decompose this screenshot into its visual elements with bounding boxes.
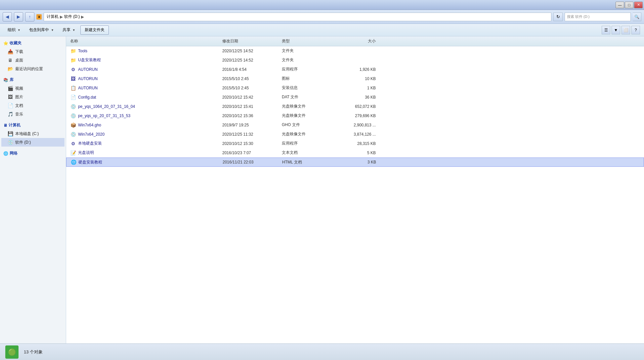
table-row[interactable]: 💿 Win7x64_2020 2020/12/25 11:32 光盘映像文件 3… bbox=[66, 130, 644, 139]
table-row[interactable]: 🖼 AUTORUN 2015/5/10 2:45 图标 10 KB bbox=[66, 74, 644, 83]
column-header-size[interactable]: 大小 bbox=[332, 38, 378, 44]
status-count: 13 个对象 bbox=[24, 349, 43, 355]
table-row[interactable]: 📋 AUTORUN 2015/5/10 2:45 安装信息 1 KB bbox=[66, 83, 644, 93]
recent-icon: 📂 bbox=[7, 66, 13, 72]
table-row[interactable]: 💿 pe_yqs_xp_20_07_31_15_53 2020/10/12 15… bbox=[66, 111, 644, 120]
column-headers: 名称 修改日期 类型 大小 bbox=[66, 36, 644, 46]
status-bar: 🟢 13 个对象 bbox=[0, 343, 644, 360]
file-name: U盘安装教程 bbox=[78, 57, 101, 63]
column-header-date[interactable]: 修改日期 bbox=[220, 38, 279, 44]
file-name: 光盘说明 bbox=[78, 150, 94, 156]
file-icon: ⚙ bbox=[70, 67, 76, 72]
file-icon: 📋 bbox=[70, 85, 76, 91]
sidebar-section-network-header[interactable]: 🌐 网络 bbox=[1, 149, 64, 158]
file-cell-size: 3,874,126 ... bbox=[332, 132, 378, 137]
video-icon: 🎬 bbox=[7, 85, 13, 91]
sidebar-item-document[interactable]: 📄 文档 bbox=[1, 101, 64, 110]
share-button[interactable]: 共享 ▼ bbox=[59, 25, 79, 35]
sidebar-section-computer-header[interactable]: 🖥 计算机 bbox=[1, 121, 64, 129]
file-icon: 📄 bbox=[70, 94, 76, 100]
file-icon: 📦 bbox=[70, 122, 76, 128]
archive-button[interactable]: 包含到库中 ▼ bbox=[25, 25, 58, 35]
forward-button[interactable]: ▶ bbox=[14, 12, 23, 22]
file-name: AUTORUN bbox=[78, 67, 98, 72]
file-name: 硬盘安装教程 bbox=[78, 159, 102, 165]
file-cell-size: 5 KB bbox=[332, 151, 378, 155]
view-dropdown-button[interactable]: ▼ bbox=[612, 26, 620, 34]
column-header-type[interactable]: 类型 bbox=[279, 38, 332, 44]
archive-dropdown-arrow: ▼ bbox=[51, 28, 54, 32]
sidebar-item-drive-c-label: 本地磁盘 (C:) bbox=[15, 131, 39, 137]
file-cell-type: 应用程序 bbox=[279, 141, 332, 146]
library-icon: 📚 bbox=[3, 78, 8, 82]
share-dropdown-arrow: ▼ bbox=[72, 28, 75, 32]
minimize-button[interactable]: — bbox=[616, 2, 624, 8]
file-cell-name: 📁 Tools bbox=[67, 48, 220, 54]
file-cell-type: HTML 文档 bbox=[279, 159, 332, 165]
help-button[interactable]: ? bbox=[631, 26, 640, 34]
up-button[interactable]: ↑ bbox=[25, 12, 34, 22]
sidebar-item-download[interactable]: 📥 下载 bbox=[1, 47, 64, 56]
drive-d-icon: 💿 bbox=[7, 139, 13, 145]
file-icon: ⚙ bbox=[70, 141, 76, 147]
search-box[interactable]: 搜索 软件 (D:) bbox=[565, 13, 631, 21]
search-button[interactable]: 🔍 bbox=[633, 13, 641, 21]
sidebar-item-recent[interactable]: 📂 最近访问的位置 bbox=[1, 65, 64, 73]
sidebar-section-computer: 🖥 计算机 💾 本地磁盘 (C:) 💿 软件 (D:) bbox=[1, 121, 64, 147]
library-label: 库 bbox=[10, 77, 14, 83]
file-cell-type: 图标 bbox=[279, 76, 332, 81]
desktop-icon: 🖥 bbox=[7, 57, 13, 63]
sidebar-item-image[interactable]: 🖼 图片 bbox=[1, 93, 64, 101]
status-icon: 🟢 bbox=[5, 345, 19, 359]
sidebar-item-music[interactable]: 🎵 音乐 bbox=[1, 110, 64, 118]
sidebar-section-favorites: ⭐ 收藏夹 📥 下载 🖥 桌面 📂 最近访问的位置 bbox=[1, 39, 64, 73]
sidebar-item-drive-c[interactable]: 💾 本地磁盘 (C:) bbox=[1, 129, 64, 138]
path-part-computer[interactable]: 计算机 bbox=[47, 14, 59, 20]
table-row[interactable]: 📁 U盘安装教程 2020/12/25 14:52 文件夹 bbox=[66, 56, 644, 65]
file-cell-type: 文件夹 bbox=[279, 48, 332, 54]
file-icon: 💿 bbox=[70, 113, 76, 119]
file-cell-type: 文本文档 bbox=[279, 150, 332, 156]
computer-label: 计算机 bbox=[9, 122, 21, 128]
view-toggle-button[interactable]: ☰ bbox=[602, 26, 610, 34]
file-cell-date: 2020/12/25 14:52 bbox=[220, 58, 279, 63]
table-row[interactable]: 💿 pe_yqs_1064_20_07_31_16_04 2020/10/12 … bbox=[66, 102, 644, 111]
organize-button[interactable]: 组织 ▼ bbox=[4, 25, 24, 35]
table-row[interactable]: 📦 Win7x64.gho 2019/9/7 19:25 GHO 文件 2,90… bbox=[66, 120, 644, 130]
sidebar-item-drive-d[interactable]: 💿 软件 (D:) bbox=[1, 138, 64, 147]
maximize-button[interactable]: □ bbox=[625, 2, 633, 8]
file-cell-date: 2020/12/25 11:32 bbox=[220, 132, 279, 137]
file-cell-type: 光盘映像文件 bbox=[279, 104, 332, 109]
archive-label: 包含到库中 bbox=[29, 27, 49, 33]
sidebar-item-document-label: 文档 bbox=[15, 103, 23, 109]
sidebar-section-favorites-header[interactable]: ⭐ 收藏夹 bbox=[1, 39, 64, 47]
back-button[interactable]: ◀ bbox=[3, 12, 12, 22]
file-cell-size: 652,072 KB bbox=[332, 104, 378, 109]
sidebar-item-desktop-label: 桌面 bbox=[15, 58, 23, 63]
close-button[interactable]: ✕ bbox=[634, 2, 643, 8]
file-cell-size: 10 KB bbox=[332, 76, 378, 81]
table-row[interactable]: ⚙ AUTORUN 2016/1/8 4:54 应用程序 1,926 KB bbox=[66, 65, 644, 74]
document-icon: 📄 bbox=[7, 103, 13, 109]
file-cell-name: 📦 Win7x64.gho bbox=[67, 122, 220, 128]
table-row[interactable]: 📁 Tools 2020/12/25 14:52 文件夹 bbox=[66, 46, 644, 56]
path-separator-2: ▶ bbox=[81, 15, 84, 19]
file-name: AUTORUN bbox=[78, 76, 98, 81]
star-icon: ⭐ bbox=[3, 41, 8, 46]
new-folder-button[interactable]: 新建文件夹 bbox=[80, 25, 109, 35]
table-row[interactable]: 🌐 硬盘安装教程 2016/11/21 22:03 HTML 文档 3 KB bbox=[66, 158, 644, 167]
sidebar-section-library-header[interactable]: 📚 库 bbox=[1, 76, 64, 84]
preview-button[interactable]: ⬜ bbox=[622, 26, 630, 34]
column-header-name[interactable]: 名称 bbox=[67, 38, 220, 44]
file-icon: 📝 bbox=[70, 150, 76, 156]
file-cell-date: 2016/11/21 22:03 bbox=[220, 160, 279, 164]
table-row[interactable]: 📝 光盘说明 2016/10/23 7:07 文本文档 5 KB bbox=[66, 148, 644, 158]
address-path[interactable]: 计算机 ▶ 软件 (D:) ▶ bbox=[44, 13, 551, 21]
refresh-button[interactable]: ↻ bbox=[553, 13, 563, 21]
sidebar-item-desktop[interactable]: 🖥 桌面 bbox=[1, 56, 64, 65]
table-row[interactable]: 📄 Config.dat 2020/10/12 15:42 DAT 文件 36 … bbox=[66, 93, 644, 102]
sidebar-item-video[interactable]: 🎬 视频 bbox=[1, 84, 64, 93]
path-part-drive[interactable]: 软件 (D:) bbox=[64, 14, 80, 20]
network-icon: 🌐 bbox=[3, 151, 8, 156]
table-row[interactable]: ⚙ 本地硬盘安装 2020/10/12 15:30 应用程序 28,315 KB bbox=[66, 139, 644, 148]
